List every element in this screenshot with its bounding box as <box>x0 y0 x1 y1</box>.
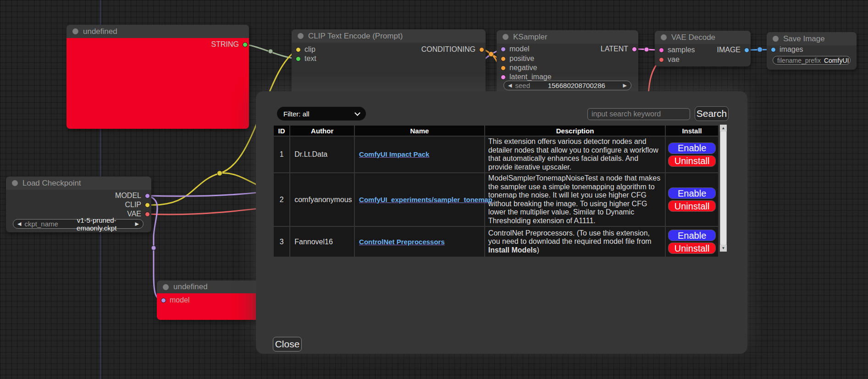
header-author: Author <box>290 125 354 136</box>
node-title: KSampler <box>513 33 547 42</box>
reroute-dot-model[interactable] <box>151 246 156 250</box>
next-arrow-icon[interactable]: ▶ <box>135 221 139 227</box>
reroute-dot-latent[interactable] <box>644 47 649 52</box>
latent-port-icon[interactable] <box>632 47 637 52</box>
port-label: IMAGE <box>717 46 741 54</box>
cell-install: Enable Uninstall <box>665 136 719 173</box>
node-title-bar[interactable]: undefined <box>157 280 259 293</box>
node-error-body <box>66 38 249 129</box>
description-text: ControlNet Preprocessors. (To use this e… <box>488 229 652 246</box>
port-label: STRING <box>211 40 239 49</box>
scrollbar-thumb[interactable] <box>720 132 726 245</box>
uninstall-button[interactable]: Uninstall <box>668 200 716 212</box>
model-port-icon[interactable] <box>145 193 150 198</box>
port-latent-output[interactable]: LATENT <box>601 45 637 53</box>
conditioning-port-icon[interactable] <box>501 66 506 71</box>
node-status-dot-icon <box>12 180 18 186</box>
cell-author: Dr.Lt.Data <box>290 136 354 173</box>
port-model-output[interactable]: MODEL <box>115 192 150 199</box>
scroll-up-icon[interactable]: ▲ <box>720 125 727 132</box>
prev-arrow-icon[interactable]: ◀ <box>17 221 21 227</box>
node-vae-decode[interactable]: VAE Decode samples vae IMAGE <box>655 31 751 66</box>
port-clip-output[interactable]: CLIP <box>125 201 150 209</box>
port-string-output[interactable]: STRING <box>211 41 248 48</box>
text-port-icon[interactable] <box>296 56 301 61</box>
enable-button[interactable]: Enable <box>668 143 716 154</box>
uninstall-button[interactable]: Uninstall <box>668 242 716 254</box>
header-id: ID <box>273 125 290 136</box>
node-title-bar[interactable]: CLIP Text Encode (Prompt) <box>292 29 486 43</box>
string-port-icon[interactable] <box>243 42 248 47</box>
port-text-input[interactable]: text <box>296 55 316 62</box>
port-latent-image-input[interactable]: latent_image <box>501 73 552 81</box>
close-button[interactable]: Close <box>273 337 302 352</box>
widget-label: seed <box>515 82 530 89</box>
vae-port-icon[interactable] <box>145 212 150 217</box>
filename-prefix-widget[interactable]: filename_prefix ComfyUI <box>773 56 851 65</box>
scroll-down-icon[interactable]: ▼ <box>720 245 727 252</box>
latent-port-icon[interactable] <box>659 48 664 53</box>
clip-port-icon[interactable] <box>296 47 301 52</box>
port-model-input[interactable]: model <box>501 45 530 53</box>
search-button[interactable]: Search <box>695 106 729 121</box>
port-vae-input[interactable]: vae <box>659 56 680 63</box>
node-ksampler[interactable]: KSampler model positive negative latent_… <box>497 30 638 95</box>
decrement-arrow-icon[interactable]: ◀ <box>508 82 512 88</box>
node-title-bar[interactable]: KSampler <box>497 30 638 44</box>
port-model-input[interactable]: model <box>161 297 190 304</box>
port-label: MODEL <box>115 192 141 200</box>
cell-id: 3 <box>273 226 290 257</box>
reroute-dot-clip[interactable] <box>217 171 222 176</box>
table-scrollbar[interactable]: ▲ ▼ <box>720 125 727 252</box>
enable-button[interactable]: Enable <box>668 230 716 241</box>
clip-port-icon[interactable] <box>145 203 150 208</box>
reroute-dot-image[interactable] <box>757 47 763 52</box>
node-title-bar[interactable]: Load Checkpoint <box>6 176 151 190</box>
port-samples-input[interactable]: samples <box>659 46 695 54</box>
widget-value[interactable]: v1-5-pruned-emaonly.ckpt <box>61 216 132 232</box>
node-title-bar[interactable]: Save Image <box>767 32 857 45</box>
node-undefined-bottom[interactable]: undefined model <box>157 280 259 320</box>
port-image-output[interactable]: IMAGE <box>717 46 749 54</box>
cell-id: 2 <box>273 173 290 226</box>
seed-widget[interactable]: ◀ seed 156680208700286 ▶ <box>503 81 631 90</box>
node-load-checkpoint[interactable]: Load Checkpoint MODEL CLIP VAE ◀ ckpt_na… <box>6 176 151 232</box>
node-undefined-top[interactable]: undefined STRING <box>66 25 249 129</box>
latent-port-icon[interactable] <box>501 75 506 80</box>
node-graph-canvas[interactable]: undefined STRING CLIP Text Encode (Promp… <box>0 0 868 379</box>
node-status-dot-icon <box>72 28 78 34</box>
model-port-icon[interactable] <box>161 298 166 303</box>
cell-author: Fannovel16 <box>290 226 354 257</box>
image-port-icon[interactable] <box>771 47 776 52</box>
enable-button[interactable]: Enable <box>668 187 716 199</box>
port-images-input[interactable]: images <box>771 46 803 53</box>
port-label: images <box>780 45 803 54</box>
node-save-image[interactable]: Save Image images filename_prefix ComfyU… <box>767 32 857 70</box>
vae-port-icon[interactable] <box>659 57 664 62</box>
extension-link[interactable]: ComfyUI Impact Pack <box>359 150 429 158</box>
port-negative-input[interactable]: negative <box>501 64 537 71</box>
search-input[interactable] <box>587 108 690 120</box>
widget-value[interactable]: ComfyUI <box>824 57 849 64</box>
description-bold: Install Models <box>488 246 537 254</box>
model-port-icon[interactable] <box>501 47 506 52</box>
node-status-dot-icon <box>661 34 667 40</box>
node-title-bar[interactable]: undefined <box>66 25 249 38</box>
port-conditioning-output[interactable]: CONDITIONING <box>421 46 484 53</box>
widget-value[interactable]: 156680208700286 <box>533 82 620 89</box>
port-label: samples <box>668 46 695 54</box>
extension-link[interactable]: ComfyUI_experiments/sampler_tonemap <box>359 196 492 203</box>
reroute-dot-string[interactable] <box>268 49 273 54</box>
reroute-dot-conditioning[interactable] <box>489 52 494 57</box>
uninstall-button[interactable]: Uninstall <box>668 155 716 167</box>
node-title-bar[interactable]: VAE Decode <box>655 31 751 44</box>
port-clip-input[interactable]: clip <box>296 46 315 53</box>
image-port-icon[interactable] <box>744 48 749 53</box>
extension-link[interactable]: ControlNet Preprocessors <box>359 238 445 246</box>
filter-select[interactable]: Filter: all <box>277 107 366 121</box>
port-positive-input[interactable]: positive <box>501 55 534 62</box>
conditioning-port-icon[interactable] <box>479 47 484 52</box>
increment-arrow-icon[interactable]: ▶ <box>623 82 627 88</box>
ckpt-name-widget[interactable]: ◀ ckpt_name v1-5-pruned-emaonly.ckpt ▶ <box>13 219 144 229</box>
conditioning-port-icon[interactable] <box>501 56 506 61</box>
